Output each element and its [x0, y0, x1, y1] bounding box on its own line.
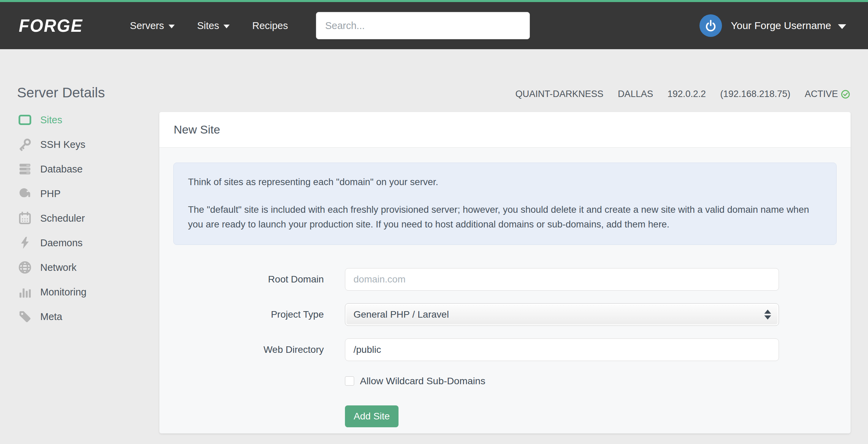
sidebar-item-php[interactable]: PHP [17, 181, 147, 206]
selected-option-label: General PHP / Laravel [353, 309, 449, 320]
page-header: Server Details QUAINT-DARKNESS DALLAS 19… [0, 49, 868, 114]
nav-item-sites[interactable]: Sites [197, 20, 230, 31]
globe-icon [17, 260, 33, 275]
sidebar-item-sites[interactable]: Sites [17, 108, 147, 132]
nav-item-servers[interactable]: Servers [130, 20, 175, 31]
sidebar-item-label: Sites [40, 114, 62, 126]
web-directory-label: Web Directory [159, 344, 345, 355]
nav-item-label: Recipes [252, 20, 288, 31]
elephant-icon [17, 186, 33, 202]
sidebar-item-label: Scheduler [40, 213, 85, 224]
project-type-label: Project Type [159, 309, 345, 320]
sidebar-item-label: Daemons [40, 237, 83, 249]
main-nav: Servers Sites Recipes [130, 20, 310, 31]
sidebar-item-network[interactable]: Network [17, 255, 147, 280]
add-site-button[interactable]: Add Site [345, 405, 399, 427]
root-domain-input[interactable] [345, 268, 779, 291]
server-name: QUAINT-DARKNESS [516, 89, 604, 99]
server-status: ACTIVE [805, 89, 850, 99]
sidebar-item-label: PHP [40, 188, 61, 199]
status-label: ACTIVE [805, 89, 838, 99]
avatar [699, 14, 722, 37]
server-stack-icon [17, 161, 33, 177]
sidebar-item-database[interactable]: Database [17, 157, 147, 181]
sidebar-item-label: Monitoring [40, 287, 86, 298]
search-container [316, 12, 530, 39]
sidebar-item-scheduler[interactable]: Scheduler [17, 206, 147, 231]
lightning-icon [17, 235, 33, 251]
server-ip: 192.0.2.2 [667, 89, 706, 99]
server-sidebar: Sites SSH Keys Database [17, 108, 147, 329]
card-body: Think of sites as representing each "dom… [159, 163, 851, 427]
project-type-row: Project Type General PHP / Laravel [159, 303, 851, 326]
tag-icon [17, 309, 33, 324]
web-directory-input[interactable] [345, 338, 779, 361]
nav-item-label: Sites [197, 20, 219, 31]
chevron-down-icon [169, 25, 175, 28]
new-site-form: Root Domain Project Type General PHP / L… [159, 268, 851, 427]
sidebar-item-monitoring[interactable]: Monitoring [17, 280, 147, 304]
forge-logo[interactable]: FORGE [19, 15, 83, 36]
card-header: New Site [159, 112, 851, 148]
page-title: Server Details [17, 85, 105, 101]
window-icon [17, 112, 33, 128]
project-type-select[interactable]: General PHP / Laravel [345, 303, 779, 326]
calendar-icon [17, 210, 33, 226]
username-label: Your Forge Username [731, 20, 831, 31]
power-icon [704, 19, 718, 32]
sidebar-item-daemons[interactable]: Daemons [17, 231, 147, 255]
sidebar-item-label: Network [40, 262, 76, 273]
sidebar-item-meta[interactable]: Meta [17, 304, 147, 329]
server-region: DALLAS [618, 89, 653, 99]
server-private-ip: (192.168.218.75) [720, 89, 791, 99]
top-navbar: FORGE Servers Sites Recipes Your Forge U… [0, 2, 868, 49]
card-title: New Site [174, 123, 220, 136]
user-menu[interactable]: Your Forge Username [699, 14, 846, 37]
chevron-down-icon [838, 24, 846, 29]
sidebar-item-label: Database [40, 164, 83, 175]
key-icon [17, 137, 33, 152]
wildcard-subdomains-row: Allow Wildcard Sub-Domains [345, 375, 851, 387]
select-arrows-icon [764, 310, 771, 320]
sidebar-item-label: Meta [40, 311, 62, 322]
search-input[interactable] [316, 12, 530, 39]
server-meta: QUAINT-DARKNESS DALLAS 192.0.2.2 (192.16… [501, 89, 850, 99]
sidebar-item-ssh-keys[interactable]: SSH Keys [17, 132, 147, 157]
nav-item-recipes[interactable]: Recipes [252, 20, 288, 31]
alert-paragraph: The "default" site is included with each… [188, 202, 822, 232]
check-circle-icon [841, 89, 850, 99]
nav-item-label: Servers [130, 20, 164, 31]
sidebar-item-label: SSH Keys [40, 139, 85, 150]
root-domain-label: Root Domain [159, 274, 345, 285]
info-alert: Think of sites as representing each "dom… [173, 163, 837, 245]
web-directory-row: Web Directory [159, 338, 851, 361]
wildcard-subdomains-checkbox[interactable] [345, 376, 354, 386]
alert-paragraph: Think of sites as representing each "dom… [188, 175, 822, 189]
new-site-card: New Site Think of sites as representing … [159, 112, 851, 433]
bar-chart-icon [17, 284, 33, 300]
wildcard-subdomains-label: Allow Wildcard Sub-Domains [360, 375, 485, 387]
chevron-down-icon [223, 25, 230, 28]
root-domain-row: Root Domain [159, 268, 851, 291]
